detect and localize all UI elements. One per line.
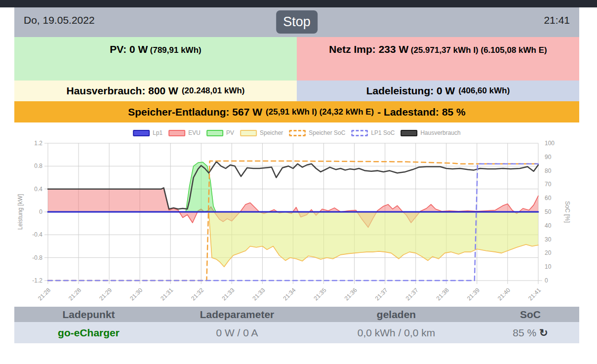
y-right-tick-label: 60	[545, 195, 552, 202]
legend-swatch	[289, 130, 306, 136]
left-axis-title: Leistung [kW]	[17, 194, 24, 230]
stop-button[interactable]: Stop	[276, 10, 318, 34]
pv-value: PV: 0 W	[110, 43, 148, 55]
x-tick-label: 21:39	[466, 286, 481, 302]
legend-item-hausverbrauch[interactable]: Hausverbrauch	[400, 129, 460, 136]
grid-import-tile: Netz Imp: 233 W (25.971,37 kWh I) (6.105…	[297, 37, 579, 81]
status-header: Do, 19.05.2022 Stop 21:41	[14, 7, 579, 37]
chargepoint-name: go-eCharger	[14, 327, 163, 339]
top-navigation-bar	[0, 0, 597, 7]
chart-legend: Lp1EVUPVSpeicherSpeicher SoCLP1 SoCHausv…	[133, 129, 461, 136]
charge-parameters-value: 0 W / 0 A	[163, 327, 311, 339]
x-tick-label: 21:36	[343, 286, 358, 302]
x-tick-label: 21:28	[67, 286, 82, 302]
col-header-soc: SoC	[481, 309, 579, 321]
x-tick-label: 21:33	[251, 286, 266, 302]
legend-item-lp1-soc[interactable]: LP1 SoC	[351, 129, 395, 136]
legend-label: Speicher SoC	[309, 129, 345, 136]
soc-value: 85 %	[513, 327, 536, 338]
chart-canvas: 21:2821:2821:2921:3021:3121:3221:3321:33…	[14, 122, 579, 306]
right-axis-title: SoC [%]	[564, 201, 571, 223]
col-header-ladepunkt: Ladepunkt	[14, 309, 163, 321]
battery-tile: Speicher-Entladung: 567 W (25,91 kWh I) …	[14, 101, 579, 122]
legend-swatch	[351, 130, 368, 136]
col-header-ladeparameter: Ladeparameter	[163, 309, 311, 321]
energy-tiles: PV: 0 W (789,91 kWh) Netz Imp: 233 W (25…	[14, 37, 579, 122]
legend-label: PV	[226, 129, 234, 136]
house-consumption-value: Hausverbrauch: 800 W	[67, 85, 178, 97]
legend-swatch	[400, 130, 417, 136]
time-label: 21:41	[544, 14, 570, 26]
y-left-tick-label: 0.4	[34, 186, 42, 193]
soc-cell: 85 % ↻	[481, 327, 579, 339]
charge-power-value: Ladeleistung: 0 W	[366, 85, 455, 97]
col-header-geladen: geladen	[311, 309, 481, 321]
y-right-tick-label: 90	[545, 154, 552, 161]
y-right-tick-label: 30	[545, 236, 552, 243]
charged-value: 0,0 kWh / 0,0 km	[311, 327, 481, 339]
battery-energy: (25,91 kWh I) (24,32 kWh E)	[266, 107, 374, 117]
y-right-tick-label: 50	[545, 208, 552, 215]
charge-power-energy: (406,60 kWh)	[458, 86, 510, 96]
x-tick-label: 21:37	[374, 286, 389, 302]
y-right-tick-label: 80	[545, 167, 552, 174]
y-left-tick-label: -0.8	[32, 254, 42, 261]
legend-swatch	[133, 130, 150, 136]
x-tick-label: 21:31	[159, 286, 174, 302]
y-left-tick-label: -1.2	[32, 277, 42, 284]
y-left-tick-label: 1.2	[34, 140, 42, 147]
power-chart: Lp1EVUPVSpeicherSpeicher SoCLP1 SoCHausv…	[14, 122, 579, 306]
legend-item-speicher[interactable]: Speicher	[240, 129, 283, 136]
legend-item-speicher-soc[interactable]: Speicher SoC	[289, 129, 345, 136]
y-left-tick-label: -0.4	[32, 231, 42, 238]
legend-label: Lp1	[153, 129, 162, 136]
legend-item-lp1[interactable]: Lp1	[133, 129, 162, 136]
battery-discharge-value: Speicher-Entladung: 567 W	[128, 106, 262, 118]
y-right-tick-label: 0	[545, 277, 548, 284]
y-right-tick-label: 20	[545, 249, 552, 256]
x-tick-label: 21:28	[37, 286, 52, 302]
y-right-tick-label: 100	[545, 140, 555, 147]
x-tick-label: 21:30	[128, 286, 144, 302]
x-tick-label: 21:41	[527, 286, 542, 302]
x-tick-label: 21:33	[220, 286, 236, 302]
table-header-row: Ladepunkt Ladeparameter geladen SoC	[14, 307, 579, 322]
x-tick-label: 21:34	[281, 286, 297, 302]
x-tick-label: 21:35	[313, 286, 328, 302]
legend-swatch	[206, 130, 223, 136]
x-tick-label: 21:37	[404, 286, 420, 302]
legend-item-evu[interactable]: EVU	[168, 129, 200, 136]
grid-import-value: Netz Imp: 233 W	[329, 43, 408, 55]
charge-power-tile: Ladeleistung: 0 W (406,60 kWh)	[297, 81, 579, 101]
legend-label: Speicher	[260, 129, 283, 136]
legend-label: EVU	[188, 129, 200, 136]
legend-label: Hausverbrauch	[420, 129, 460, 136]
x-tick-label: 21:32	[190, 286, 205, 302]
pv-energy: (789,91 kWh)	[150, 45, 201, 55]
openwb-dashboard: Do, 19.05.2022 Stop 21:41 PV: 0 W (789,9…	[0, 0, 597, 364]
chargepoint-table: Ladepunkt Ladeparameter geladen SoC go-e…	[14, 307, 579, 343]
y-left-tick-label: 0.8	[34, 162, 42, 169]
y-right-tick-label: 10	[545, 263, 552, 270]
table-row: go-eCharger 0 W / 0 A 0,0 kWh / 0,0 km 8…	[14, 322, 579, 343]
grid-import-energy: (25.971,37 kWh I) (6.105,08 kWh E)	[411, 45, 547, 55]
x-tick-label: 21:29	[98, 286, 113, 302]
house-consumption-tile: Hausverbrauch: 800 W (20.248,01 kWh)	[14, 81, 297, 101]
y-right-tick-label: 70	[545, 181, 552, 188]
x-tick-label: 21:40	[496, 286, 512, 302]
y-left-tick-label: 0	[39, 208, 42, 215]
x-tick-label: 21:38	[435, 286, 450, 302]
battery-soc-value: - Ladestand: 85 %	[377, 106, 466, 118]
legend-swatch	[240, 130, 257, 136]
legend-item-pv[interactable]: PV	[206, 129, 234, 136]
house-consumption-energy: (20.248,01 kWh)	[182, 86, 245, 96]
legend-label: LP1 SoC	[371, 129, 395, 136]
date-label: Do, 19.05.2022	[24, 14, 95, 26]
pv-tile: PV: 0 W (789,91 kWh)	[14, 37, 297, 81]
refresh-soc-icon[interactable]: ↻	[539, 327, 548, 338]
legend-swatch	[168, 130, 185, 136]
y-right-tick-label: 40	[545, 222, 552, 229]
